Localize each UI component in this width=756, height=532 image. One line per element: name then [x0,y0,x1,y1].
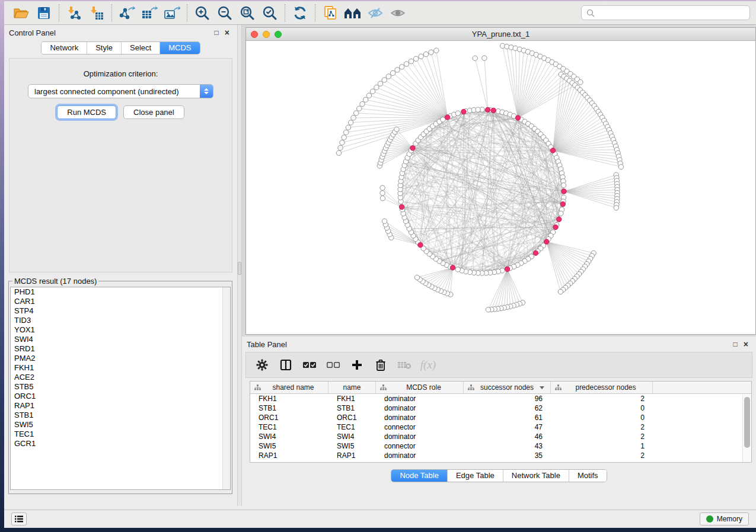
import-table-button[interactable] [85,4,108,23]
zoom-in-button[interactable] [191,4,213,23]
table-row[interactable]: ORC1ORC1dominator610 [250,413,751,422]
column-type-icon [380,384,387,390]
show-all-button[interactable] [387,4,409,23]
network-canvas[interactable] [246,41,755,334]
table-cell: TEC1 [328,422,376,432]
select-all-checkboxes-button[interactable] [302,357,317,373]
mcds-result-item[interactable]: GCR1 [11,439,230,448]
mcds-result-item[interactable]: ACE2 [11,373,230,382]
tab-style[interactable]: Style [87,42,122,54]
table-row[interactable]: SWI5SWI5connector431 [250,441,751,451]
criterion-dropdown[interactable]: largest connected component (undirected) [28,84,213,98]
zoom-selected-button[interactable] [259,4,281,23]
save-session-button[interactable] [33,4,55,23]
mcds-result-item[interactable]: SRD1 [11,344,230,354]
table-cell: connector [376,460,464,463]
export-table-button[interactable] [138,4,161,23]
first-neighbors-button[interactable] [342,4,364,23]
table-scrollbar-thumb[interactable] [744,397,750,448]
table-row[interactable]: TEC1TEC1connector472 [250,422,751,432]
show-eye-icon [390,7,406,20]
table-row[interactable]: STB1STB1dominator620 [250,403,751,413]
mcds-result-item[interactable]: PMA2 [11,354,230,363]
mcds-result-item[interactable]: STB5 [11,382,230,392]
mcds-result-item[interactable]: PHD1 [11,287,230,297]
table-toolbar: f(x) [245,352,752,378]
mcds-result-item[interactable]: RAP1 [11,401,230,411]
network-frame-titlebar[interactable]: YPA_prune.txt_1 [246,28,755,41]
mcds-result-item[interactable]: ORC1 [11,392,230,401]
export-image-button[interactable] [161,4,183,23]
mcds-result-item[interactable]: SWI4 [11,335,230,344]
table-row[interactable]: FKH1FKH1dominator962 [250,394,751,403]
mcds-result-item[interactable]: STB1 [11,411,230,420]
table-row[interactable]: RAP1RAP1dominator352 [250,451,751,460]
show-columns-button[interactable] [278,357,294,373]
close-table-panel-button[interactable]: × [741,339,751,349]
delete-column-button[interactable] [373,357,388,373]
mcds-result-item[interactable]: SWI5 [11,420,230,430]
column-header-MCDS-role[interactable]: MCDS role [376,382,464,393]
tab-edge-table[interactable]: Edge Table [448,470,503,482]
table-cell: 31 [464,460,551,463]
mcds-result-item[interactable]: CAR1 [11,297,230,306]
tab-motifs[interactable]: Motifs [569,470,607,482]
trash-icon [375,359,386,371]
tab-network-table[interactable]: Network Table [503,470,569,482]
mcds-result-list[interactable]: PHD1CAR1STP4TID3YOX1SWI4SRD1PMA2FKH1ACE2… [10,287,231,490]
table-options-gear-button[interactable] [254,357,270,373]
clone-network-button[interactable] [319,4,342,23]
show-panels-menu-button[interactable] [11,512,27,525]
splitter-grip[interactable] [238,262,241,275]
float-table-panel-button[interactable]: □ [731,340,741,348]
tab-network[interactable]: Network [42,42,87,54]
mcds-result-item[interactable]: YOX1 [11,325,230,335]
search-input[interactable] [598,9,745,17]
float-panel-button[interactable]: □ [212,28,222,37]
tab-select[interactable]: Select [122,42,160,54]
mcds-list-scrollbar[interactable] [222,287,230,489]
deselect-all-checkboxes-button[interactable] [326,357,341,373]
zoom-fit-button[interactable] [236,4,259,23]
tab-mcds[interactable]: MCDS [160,42,199,54]
sort-indicator-icon [540,386,544,389]
close-panel-button-mcds[interactable]: Close panel [123,105,184,119]
network-graph[interactable] [246,41,755,334]
table-cell: FKH1 [250,394,328,403]
column-header-successor-nodes[interactable]: successor nodes [464,382,551,393]
table-scrollbar[interactable] [742,395,751,462]
column-header-shared-name[interactable]: shared name [250,382,328,393]
add-column-button[interactable] [349,357,365,373]
zoom-out-button[interactable] [213,4,236,23]
control-panel-title: Control Panel [9,28,56,37]
mcds-result-item[interactable]: STP4 [11,306,230,316]
main-toolbar [4,1,756,25]
mcds-result-item[interactable]: FKH1 [11,363,230,373]
hide-selected-button[interactable] [364,4,387,23]
column-label: name [331,383,373,392]
tab-node-table[interactable]: Node Table [391,470,448,482]
table-row[interactable]: SWI4SWI4dominator462 [250,432,751,441]
column-header-predecessor-nodes[interactable]: predecessor nodes [551,382,653,393]
mcds-result-item[interactable]: TID3 [11,316,230,325]
mcds-result-item[interactable]: TEC1 [11,430,230,439]
function-builder-button[interactable]: f(x) [420,357,436,373]
search-box[interactable] [581,5,750,20]
table-header: shared namenameMCDS rolesuccessor nodesp… [250,382,751,394]
export-network-button[interactable] [116,4,138,23]
toolbar-separator [59,4,59,22]
delete-table-button[interactable] [397,357,412,373]
open-file-button[interactable] [10,4,33,23]
table-cell: 47 [464,422,551,432]
vertical-splitter[interactable] [237,25,242,506]
refresh-view-button[interactable] [289,4,311,23]
table-cell: SWI5 [328,441,376,451]
memory-button[interactable]: Memory [700,512,749,525]
run-mcds-button[interactable]: Run MCDS [57,105,116,119]
column-header-name[interactable]: name [328,382,376,393]
zoom-fit-icon [240,5,255,21]
close-panel-button[interactable]: × [222,28,232,37]
table-row[interactable]: ACE2ACE2connector311 [250,460,751,463]
import-network-button[interactable] [63,4,85,23]
table-cell: 2 [551,432,653,441]
